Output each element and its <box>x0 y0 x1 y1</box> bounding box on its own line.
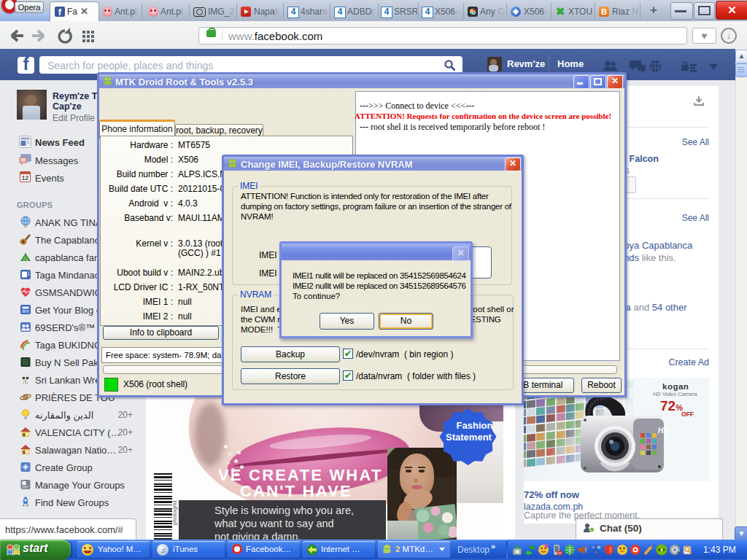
svg-text:HD: HD <box>658 427 668 435</box>
svg-text:kogan: kogan <box>662 382 689 391</box>
svg-text:12: 12 <box>22 174 29 182</box>
svg-text:Fashion: Fashion <box>457 420 493 431</box>
svg-text:HD Video Camera: HD Video Camera <box>653 391 698 397</box>
svg-text:Statement: Statement <box>446 432 492 443</box>
svg-text:OFF: OFF <box>681 411 694 418</box>
